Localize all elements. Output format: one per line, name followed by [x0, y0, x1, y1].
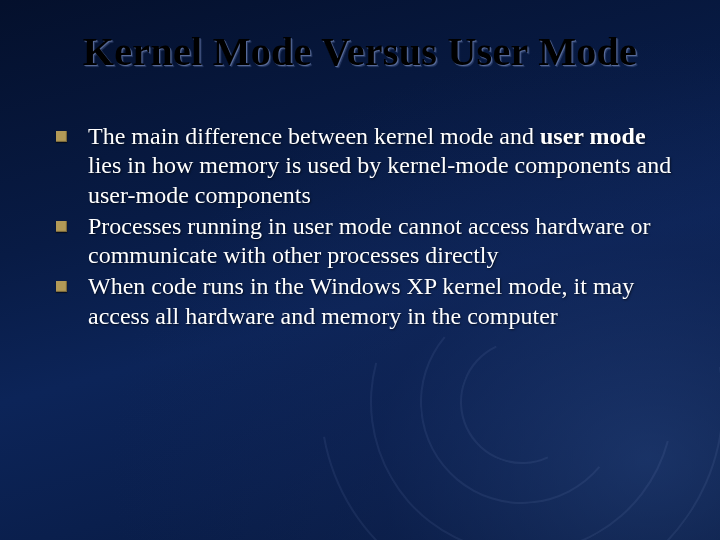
bullet-icon [56, 281, 67, 292]
bullet-text-post: lies in how memory is used by kernel-mod… [88, 152, 671, 207]
bullet-text-pre: When code runs in the Windows XP kernel … [88, 273, 634, 328]
list-item: The main difference between kernel mode … [54, 122, 672, 210]
bullet-list: The main difference between kernel mode … [54, 122, 672, 333]
bullet-icon [56, 131, 67, 142]
bullet-text-pre: Processes running in user mode cannot ac… [88, 213, 650, 268]
bullet-text-bold: user mode [540, 123, 646, 149]
bullet-icon [56, 221, 67, 232]
bullet-text-pre: The main difference between kernel mode … [88, 123, 540, 149]
list-item: When code runs in the Windows XP kernel … [54, 272, 672, 331]
slide-title: Kernel Mode Versus User Mode [0, 28, 720, 75]
list-item: Processes running in user mode cannot ac… [54, 212, 672, 271]
slide: Kernel Mode Versus User Mode The main di… [0, 0, 720, 540]
